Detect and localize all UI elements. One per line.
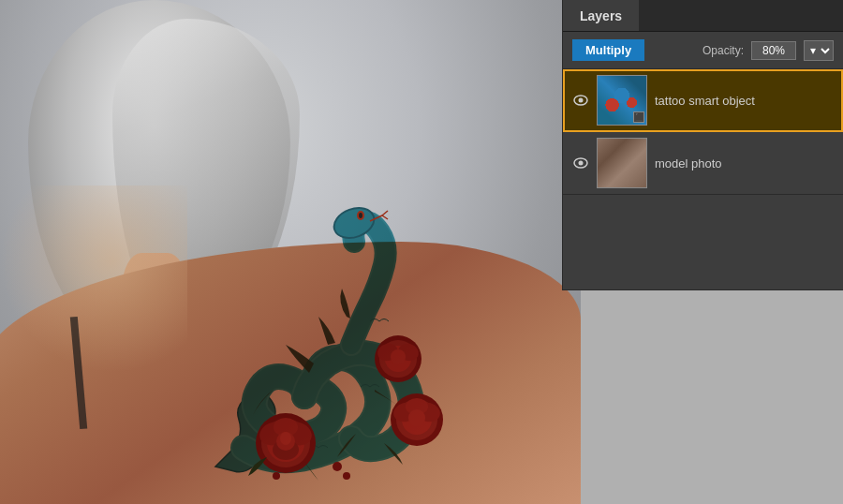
layer-name-tattoo: tattoo smart object (655, 94, 834, 108)
svg-point-31 (579, 161, 584, 166)
svg-point-2 (359, 213, 362, 218)
blend-mode-button[interactable]: Multiply (572, 39, 644, 61)
opacity-label: Opacity: (702, 44, 744, 57)
svg-point-18 (408, 409, 425, 426)
layers-panel: Layers Multiply Opacity: ▾ ⬛ tattoo smar… (562, 0, 843, 290)
layer-name-model: model photo (655, 156, 834, 170)
layer-thumbnail-model (597, 138, 647, 188)
svg-point-11 (280, 432, 291, 445)
opacity-input[interactable] (751, 41, 796, 60)
layer-item-model[interactable]: model photo (563, 132, 843, 195)
blend-opacity-row: Multiply Opacity: ▾ (563, 32, 843, 69)
panel-tab-bar: Layers (563, 0, 843, 32)
svg-point-25 (333, 462, 342, 471)
layers-tab[interactable]: Layers (563, 0, 639, 31)
layer-thumbnail-tattoo: ⬛ (597, 75, 647, 126)
svg-point-24 (391, 349, 406, 364)
tattoo-artwork (122, 111, 468, 485)
svg-point-27 (273, 472, 280, 480)
tattoo-svg (122, 111, 468, 485)
opacity-dropdown[interactable]: ▾ (804, 40, 834, 61)
visibility-icon-model[interactable] (572, 155, 589, 171)
visibility-icon-tattoo[interactable] (572, 92, 589, 109)
svg-point-29 (579, 98, 584, 103)
layer-item-tattoo[interactable]: ⬛ tattoo smart object (563, 69, 843, 132)
svg-point-26 (343, 472, 350, 480)
